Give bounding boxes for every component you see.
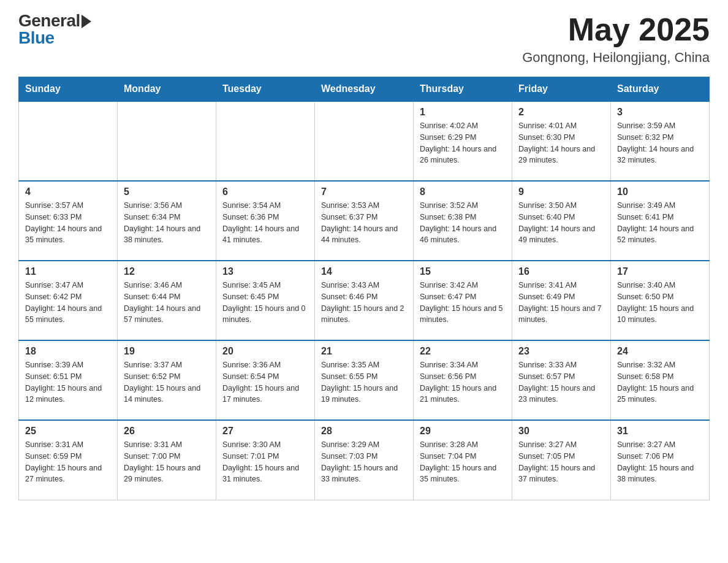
calendar-cell: 11Sunrise: 3:47 AMSunset: 6:42 PMDayligh… xyxy=(19,261,118,340)
day-info: Sunrise: 3:27 AMSunset: 7:05 PMDaylight:… xyxy=(518,439,604,485)
calendar-cell: 17Sunrise: 3:40 AMSunset: 6:50 PMDayligh… xyxy=(611,261,710,340)
day-number: 29 xyxy=(420,426,506,437)
day-number: 8 xyxy=(420,186,506,197)
day-info: Sunrise: 3:39 AMSunset: 6:51 PMDaylight:… xyxy=(25,359,111,405)
calendar-table: SundayMondayTuesdayWednesdayThursdayFrid… xyxy=(18,77,710,500)
day-number: 21 xyxy=(321,346,407,357)
day-number: 24 xyxy=(617,346,703,357)
calendar-cell xyxy=(315,101,414,181)
day-info: Sunrise: 3:32 AMSunset: 6:58 PMDaylight:… xyxy=(617,359,703,405)
calendar-cell: 24Sunrise: 3:32 AMSunset: 6:58 PMDayligh… xyxy=(611,340,710,420)
day-number: 31 xyxy=(617,426,703,437)
day-info: Sunrise: 4:02 AMSunset: 6:29 PMDaylight:… xyxy=(420,120,506,166)
day-info: Sunrise: 3:46 AMSunset: 6:44 PMDaylight:… xyxy=(124,280,210,326)
weekday-header-friday: Friday xyxy=(512,77,611,102)
day-info: Sunrise: 3:30 AMSunset: 7:01 PMDaylight:… xyxy=(222,439,308,485)
day-number: 28 xyxy=(321,426,407,437)
calendar-cell: 12Sunrise: 3:46 AMSunset: 6:44 PMDayligh… xyxy=(118,261,216,340)
day-number: 11 xyxy=(25,266,111,277)
calendar-cell: 18Sunrise: 3:39 AMSunset: 6:51 PMDayligh… xyxy=(19,340,118,420)
calendar-cell: 6Sunrise: 3:54 AMSunset: 6:36 PMDaylight… xyxy=(216,181,315,261)
day-info: Sunrise: 3:52 AMSunset: 6:38 PMDaylight:… xyxy=(420,200,506,246)
day-number: 9 xyxy=(518,186,604,197)
calendar-cell: 25Sunrise: 3:31 AMSunset: 6:59 PMDayligh… xyxy=(19,420,118,500)
day-number: 16 xyxy=(518,266,604,277)
calendar-title: May 2025 xyxy=(522,12,710,47)
calendar-cell: 15Sunrise: 3:42 AMSunset: 6:47 PMDayligh… xyxy=(414,261,512,340)
day-number: 4 xyxy=(25,186,111,197)
logo-blue-text: Blue xyxy=(18,29,55,47)
day-info: Sunrise: 3:56 AMSunset: 6:34 PMDaylight:… xyxy=(124,200,210,246)
day-number: 5 xyxy=(124,186,210,197)
day-number: 20 xyxy=(222,346,308,357)
calendar-cell: 26Sunrise: 3:31 AMSunset: 7:00 PMDayligh… xyxy=(118,420,216,500)
day-info: Sunrise: 3:43 AMSunset: 6:46 PMDaylight:… xyxy=(321,280,407,326)
day-info: Sunrise: 3:27 AMSunset: 7:06 PMDaylight:… xyxy=(617,439,703,485)
weekday-header-wednesday: Wednesday xyxy=(315,77,414,102)
calendar-cell: 30Sunrise: 3:27 AMSunset: 7:05 PMDayligh… xyxy=(512,420,611,500)
logo-general-text: General xyxy=(18,12,80,29)
day-number: 14 xyxy=(321,266,407,277)
calendar-cell: 20Sunrise: 3:36 AMSunset: 6:54 PMDayligh… xyxy=(216,340,315,420)
day-number: 18 xyxy=(25,346,111,357)
day-info: Sunrise: 3:53 AMSunset: 6:37 PMDaylight:… xyxy=(321,200,407,246)
day-number: 17 xyxy=(617,266,703,277)
day-number: 26 xyxy=(124,426,210,437)
day-info: Sunrise: 3:31 AMSunset: 6:59 PMDaylight:… xyxy=(25,439,111,485)
day-number: 1 xyxy=(420,107,506,118)
calendar-cell: 7Sunrise: 3:53 AMSunset: 6:37 PMDaylight… xyxy=(315,181,414,261)
day-info: Sunrise: 3:29 AMSunset: 7:03 PMDaylight:… xyxy=(321,439,407,485)
day-number: 22 xyxy=(420,346,506,357)
day-info: Sunrise: 3:59 AMSunset: 6:32 PMDaylight:… xyxy=(617,120,703,166)
logo: General Blue xyxy=(18,12,91,47)
calendar-cell: 28Sunrise: 3:29 AMSunset: 7:03 PMDayligh… xyxy=(315,420,414,500)
day-number: 23 xyxy=(518,346,604,357)
day-info: Sunrise: 3:40 AMSunset: 6:50 PMDaylight:… xyxy=(617,280,703,326)
day-info: Sunrise: 3:41 AMSunset: 6:49 PMDaylight:… xyxy=(518,280,604,326)
week-row-4: 18Sunrise: 3:39 AMSunset: 6:51 PMDayligh… xyxy=(19,340,710,420)
day-number: 15 xyxy=(420,266,506,277)
weekday-header-tuesday: Tuesday xyxy=(216,77,315,102)
week-row-3: 11Sunrise: 3:47 AMSunset: 6:42 PMDayligh… xyxy=(19,261,710,340)
calendar-cell: 2Sunrise: 4:01 AMSunset: 6:30 PMDaylight… xyxy=(512,101,611,181)
weekday-header-thursday: Thursday xyxy=(414,77,512,102)
calendar-cell: 4Sunrise: 3:57 AMSunset: 6:33 PMDaylight… xyxy=(19,181,118,261)
calendar-cell: 16Sunrise: 3:41 AMSunset: 6:49 PMDayligh… xyxy=(512,261,611,340)
day-info: Sunrise: 3:42 AMSunset: 6:47 PMDaylight:… xyxy=(420,280,506,326)
calendar-cell: 29Sunrise: 3:28 AMSunset: 7:04 PMDayligh… xyxy=(414,420,512,500)
week-row-2: 4Sunrise: 3:57 AMSunset: 6:33 PMDaylight… xyxy=(19,181,710,261)
day-info: Sunrise: 3:57 AMSunset: 6:33 PMDaylight:… xyxy=(25,200,111,246)
calendar-cell xyxy=(216,101,315,181)
calendar-cell: 9Sunrise: 3:50 AMSunset: 6:40 PMDaylight… xyxy=(512,181,611,261)
day-number: 25 xyxy=(25,426,111,437)
day-number: 12 xyxy=(124,266,210,277)
day-number: 19 xyxy=(124,346,210,357)
day-info: Sunrise: 3:54 AMSunset: 6:36 PMDaylight:… xyxy=(222,200,308,246)
week-row-5: 25Sunrise: 3:31 AMSunset: 6:59 PMDayligh… xyxy=(19,420,710,500)
calendar-cell xyxy=(118,101,216,181)
day-number: 27 xyxy=(222,426,308,437)
logo-arrow-icon xyxy=(82,15,91,28)
day-info: Sunrise: 4:01 AMSunset: 6:30 PMDaylight:… xyxy=(518,120,604,166)
day-number: 2 xyxy=(518,107,604,118)
day-info: Sunrise: 3:33 AMSunset: 6:57 PMDaylight:… xyxy=(518,359,604,405)
calendar-cell: 1Sunrise: 4:02 AMSunset: 6:29 PMDaylight… xyxy=(414,101,512,181)
day-info: Sunrise: 3:37 AMSunset: 6:52 PMDaylight:… xyxy=(124,359,210,405)
calendar-cell: 8Sunrise: 3:52 AMSunset: 6:38 PMDaylight… xyxy=(414,181,512,261)
day-info: Sunrise: 3:49 AMSunset: 6:41 PMDaylight:… xyxy=(617,200,703,246)
calendar-cell: 27Sunrise: 3:30 AMSunset: 7:01 PMDayligh… xyxy=(216,420,315,500)
weekday-header-saturday: Saturday xyxy=(611,77,710,102)
day-number: 10 xyxy=(617,186,703,197)
day-info: Sunrise: 3:47 AMSunset: 6:42 PMDaylight:… xyxy=(25,280,111,326)
day-info: Sunrise: 3:50 AMSunset: 6:40 PMDaylight:… xyxy=(518,200,604,246)
calendar-cell: 31Sunrise: 3:27 AMSunset: 7:06 PMDayligh… xyxy=(611,420,710,500)
calendar-cell: 10Sunrise: 3:49 AMSunset: 6:41 PMDayligh… xyxy=(611,181,710,261)
day-info: Sunrise: 3:34 AMSunset: 6:56 PMDaylight:… xyxy=(420,359,506,405)
calendar-cell: 3Sunrise: 3:59 AMSunset: 6:32 PMDaylight… xyxy=(611,101,710,181)
calendar-cell: 14Sunrise: 3:43 AMSunset: 6:46 PMDayligh… xyxy=(315,261,414,340)
weekday-header-row: SundayMondayTuesdayWednesdayThursdayFrid… xyxy=(19,77,710,102)
week-row-1: 1Sunrise: 4:02 AMSunset: 6:29 PMDaylight… xyxy=(19,101,710,181)
calendar-cell: 23Sunrise: 3:33 AMSunset: 6:57 PMDayligh… xyxy=(512,340,611,420)
calendar-cell: 21Sunrise: 3:35 AMSunset: 6:55 PMDayligh… xyxy=(315,340,414,420)
title-block: May 2025 Gongnong, Heilongjiang, China xyxy=(522,12,710,66)
